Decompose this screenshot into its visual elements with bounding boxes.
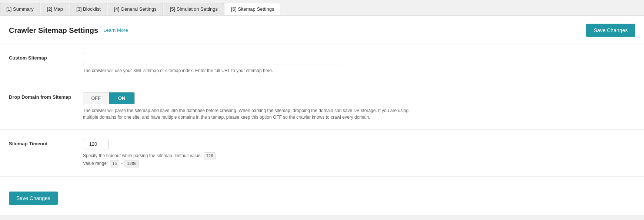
learn-more-link[interactable]: Learn More — [103, 27, 128, 33]
save-changes-button-top[interactable]: Save Changes — [586, 24, 635, 37]
sitemap-timeout-row: Sitemap Timeout Specify the timeout whil… — [0, 130, 644, 177]
drop-domain-toggle: OFF ON — [83, 92, 135, 104]
sitemap-timeout-control: Specify the timeout while parsing the si… — [83, 139, 635, 167]
sitemap-timeout-input[interactable] — [83, 139, 109, 149]
toggle-on-button[interactable]: ON — [109, 92, 135, 104]
timeout-range-min: 15 — [110, 160, 119, 168]
timeout-range-dash: - — [121, 161, 123, 166]
custom-sitemap-input[interactable] — [83, 53, 342, 64]
page-header-left: Crawler Sitemap Settings Learn More — [9, 26, 128, 35]
timeout-desc-prefix: Specify the timeout while parsing the si… — [83, 153, 202, 158]
page-header: Crawler Sitemap Settings Learn More Save… — [0, 16, 644, 44]
drop-domain-row: Drop Domain from Sitemap OFF ON The craw… — [0, 83, 644, 130]
bottom-actions: Save Changes — [0, 184, 644, 212]
toggle-off-button[interactable]: OFF — [83, 92, 109, 104]
sitemap-timeout-description: Specify the timeout while parsing the si… — [83, 152, 416, 167]
drop-domain-control: OFF ON The crawler will parse the sitema… — [83, 92, 635, 121]
save-changes-button-bottom[interactable]: Save Changes — [9, 192, 58, 205]
tab-summary[interactable]: [1] Summary — [0, 3, 40, 15]
sitemap-timeout-label: Sitemap Timeout — [9, 139, 83, 146]
drop-domain-description: The crawler will parse the sitemap and s… — [83, 107, 416, 121]
tab-blocklist[interactable]: [3] Blocklist — [70, 3, 107, 15]
custom-sitemap-description: The crawler will use your XML sitemap or… — [83, 67, 416, 74]
drop-domain-label: Drop Domain from Sitemap — [9, 92, 83, 100]
tab-general-settings[interactable]: [4] General Settings — [108, 3, 163, 15]
main-content: Crawler Sitemap Settings Learn More Save… — [0, 16, 644, 215]
tab-simulation-settings[interactable]: [5] Simulation Settings — [164, 3, 224, 15]
timeout-range-prefix: Value range: — [83, 161, 108, 166]
custom-sitemap-row: Custom Sitemap The crawler will use your… — [0, 44, 644, 83]
timeout-default-value: 120 — [204, 152, 216, 160]
tabs-bar: [1] Summary [2] Map [3] Blocklist [4] Ge… — [0, 0, 644, 16]
page-title: Crawler Sitemap Settings — [9, 26, 98, 35]
timeout-range-max: 1800 — [124, 160, 139, 168]
tab-map[interactable]: [2] Map — [41, 3, 69, 15]
tab-sitemap-settings[interactable]: [6] Sitemap Settings — [225, 3, 280, 15]
settings-body: Custom Sitemap The crawler will use your… — [0, 44, 644, 184]
custom-sitemap-label: Custom Sitemap — [9, 53, 83, 61]
custom-sitemap-control: The crawler will use your XML sitemap or… — [83, 53, 635, 74]
